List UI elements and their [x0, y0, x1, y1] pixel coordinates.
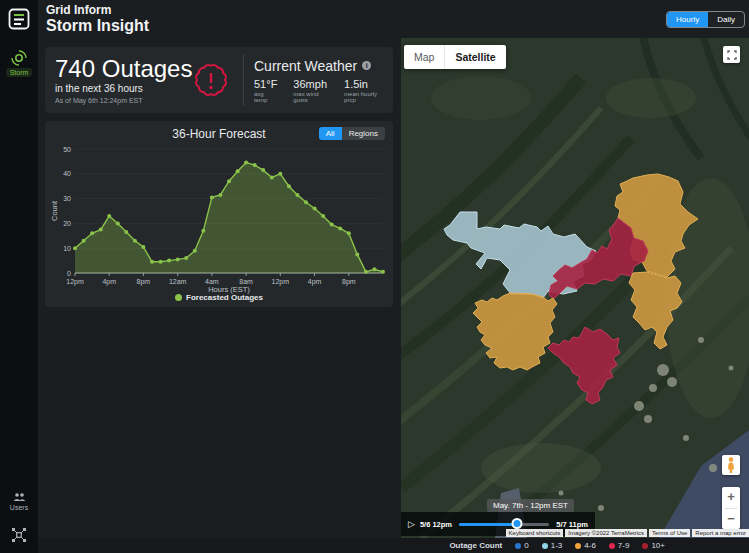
pegman-button[interactable]	[722, 455, 740, 475]
legend-label: 4-6	[584, 541, 596, 550]
attribution-report-a-map-error[interactable]: Report a map error	[692, 529, 749, 537]
timeline-tooltip: May. 7th - 12pm EST	[487, 499, 574, 512]
legend-label: 1-3	[551, 541, 563, 550]
chart-legend: Forecasted Outages	[45, 293, 393, 302]
sidebar-item-users-label: Users	[10, 504, 28, 511]
zoom-in-button[interactable]	[722, 487, 740, 508]
outage-count-headline: 740 Outages	[55, 56, 183, 81]
current-weather-block: Current Weather 51°Favg temp36mphmax win…	[254, 58, 383, 103]
legend-dot	[575, 543, 581, 549]
app-root: Storm Users	[0, 0, 749, 553]
svg-text:Count: Count	[50, 200, 59, 221]
alert-icon	[191, 60, 231, 100]
timeline-slider-handle[interactable]	[511, 518, 522, 529]
svg-text:8am: 8am	[239, 278, 253, 285]
attribution-terms-of-use[interactable]: Terms of Use	[649, 529, 690, 537]
zoom-control	[722, 487, 740, 529]
forecast-legend-dot	[175, 294, 182, 301]
current-weather-title: Current Weather	[254, 58, 357, 74]
regions-button[interactable]: Regions	[342, 127, 385, 140]
left-panel: 740 Outages in the next 36 hours As of M…	[38, 38, 401, 538]
app-logo[interactable]	[8, 8, 30, 34]
all-regions-toggle: All Regions	[319, 127, 385, 140]
outage-legend-item: 1-3	[542, 541, 563, 550]
attribution-keyboard-shortcuts[interactable]: Keyboard shortcuts	[506, 529, 564, 537]
outage-as-of: As of May 6th 12:24pm EST	[55, 97, 183, 104]
map-view-button[interactable]: Map	[404, 45, 444, 69]
outage-legend-items: 01-34-67-910+	[515, 541, 665, 550]
hourly-daily-toggle: Hourly Daily	[666, 11, 745, 28]
svg-text:4pm: 4pm	[308, 278, 322, 286]
legend-label: 7-9	[618, 541, 630, 550]
sidebar: Storm Users	[0, 0, 38, 553]
weather-metric-label: mean hourly prcp	[344, 91, 383, 103]
svg-text:40: 40	[63, 170, 71, 177]
weather-metrics-row: 51°Favg temp36mphmax wind gusts1.5inmean…	[254, 78, 383, 103]
svg-text:12pm: 12pm	[66, 278, 84, 286]
svg-text:0: 0	[67, 270, 71, 277]
daily-button[interactable]: Daily	[708, 12, 744, 27]
main-column: Grid Inform Storm Insight Hourly Daily 7…	[38, 0, 749, 553]
weather-metric-value: 51°F	[254, 78, 277, 90]
pegman-icon	[726, 457, 736, 473]
outage-summary-card: 740 Outages in the next 36 hours As of M…	[45, 47, 393, 113]
outage-subline: in the next 36 hours	[55, 83, 183, 94]
svg-text:30: 30	[63, 195, 71, 202]
storm-icon	[11, 50, 27, 66]
weather-metric: 51°Favg temp	[254, 78, 277, 103]
fullscreen-icon	[727, 50, 737, 60]
play-button[interactable]	[408, 519, 415, 529]
grid-inform-logo-icon	[8, 8, 30, 30]
weather-metric-label: max wind gusts	[293, 91, 328, 103]
forecast-legend-label: Forecasted Outages	[186, 293, 263, 302]
sidebar-item-integrations[interactable]	[11, 527, 27, 543]
outage-legend-title: Outage Count	[449, 541, 502, 550]
forecast-chart-card: 36-Hour Forecast All Regions 01020304050…	[45, 121, 393, 307]
outage-legend-group: Outage Count 01-34-67-910+	[449, 541, 665, 550]
legend-dot	[642, 543, 648, 549]
svg-text:4am: 4am	[205, 278, 219, 285]
users-icon	[12, 492, 27, 502]
vertical-divider	[243, 54, 244, 106]
alert-seal-wrap	[183, 60, 239, 100]
outage-legend-item: 0	[515, 541, 528, 550]
svg-text:12pm: 12pm	[272, 278, 290, 286]
zoom-out-button[interactable]	[722, 509, 740, 530]
timeline-track[interactable]	[459, 523, 549, 526]
all-button[interactable]: All	[319, 127, 342, 140]
weather-metric-value: 36mph	[293, 78, 328, 90]
weather-metric-label: avg temp	[254, 91, 277, 103]
network-hub-icon	[11, 527, 27, 543]
hourly-button[interactable]: Hourly	[667, 12, 708, 27]
map-container: Map Satellite	[401, 38, 749, 538]
legend-label: 0	[524, 541, 528, 550]
legend-label: 10+	[651, 541, 665, 550]
svg-text:10: 10	[63, 245, 71, 252]
outage-legend-item: 10+	[642, 541, 665, 550]
outage-legend-item: 4-6	[575, 541, 596, 550]
fullscreen-button[interactable]	[723, 46, 740, 63]
legend-dot	[515, 543, 521, 549]
info-icon[interactable]	[362, 61, 371, 70]
attribution-imagery-2022-terrametrics: Imagery ©2022 TerraMetrics	[565, 529, 647, 537]
sidebar-item-users[interactable]: Users	[10, 492, 28, 511]
legend-dot	[609, 543, 615, 549]
sidebar-item-storm[interactable]: Storm	[6, 50, 33, 77]
weather-metric: 36mphmax wind gusts	[293, 78, 328, 103]
satellite-view-button[interactable]: Satellite	[445, 45, 505, 69]
timeline-start-label: 5/6 12pm	[420, 520, 452, 529]
map-type-control: Map Satellite	[404, 45, 506, 69]
svg-text:4pm: 4pm	[102, 278, 116, 286]
svg-text:20: 20	[63, 220, 71, 227]
outage-headline-block: 740 Outages in the next 36 hours As of M…	[55, 56, 183, 103]
svg-text:8pm: 8pm	[342, 278, 356, 286]
forecast-area-chart[interactable]: 0102030405012pm4pm8pm12am4am8am12pm4pm8p…	[49, 143, 389, 295]
timeline-progress-fill	[459, 523, 517, 526]
timeline-end-label: 5/7 11pm	[556, 520, 588, 529]
svg-text:12am: 12am	[169, 278, 187, 285]
svg-text:50: 50	[63, 146, 71, 153]
satellite-map[interactable]	[401, 38, 749, 538]
map-attribution: Keyboard shortcutsImagery ©2022 TerraMet…	[506, 529, 749, 537]
page-title: Storm Insight	[46, 17, 749, 35]
content-row: 740 Outages in the next 36 hours As of M…	[38, 38, 749, 538]
